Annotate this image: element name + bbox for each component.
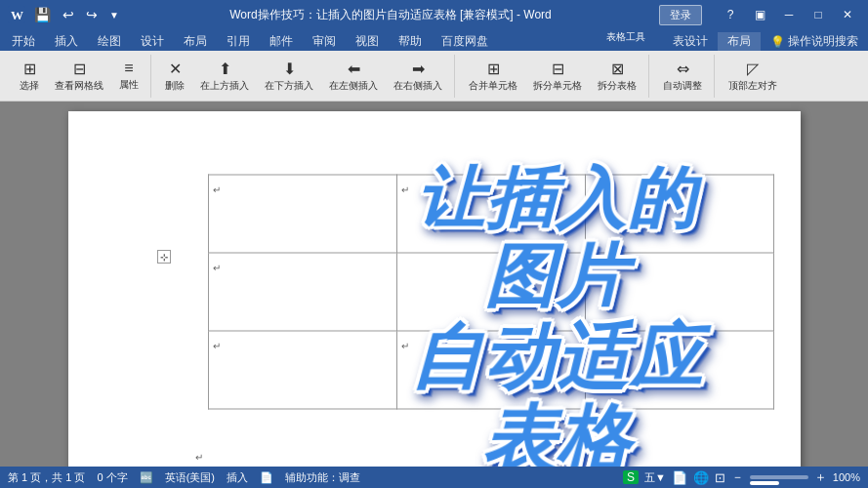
autofit-btn[interactable]: ⇔ 自动调整 bbox=[657, 57, 708, 96]
ribbon-toggle-icon[interactable]: ▣ bbox=[747, 5, 772, 24]
zoom-level: 100% bbox=[833, 471, 860, 483]
table-cell[interactable]: ↵ bbox=[585, 331, 773, 409]
word-app-icon: W bbox=[8, 6, 25, 23]
document-table[interactable]: ↵ ↵ ↵ ↵ ↵ ↵ ↵ ↵ bbox=[208, 175, 774, 410]
spell-check-icon[interactable]: 🔤 bbox=[140, 471, 153, 484]
table-tools-label: 表格工具 bbox=[599, 29, 653, 45]
tab-view[interactable]: 视图 bbox=[346, 32, 389, 51]
outside-return-arrow: ↵ bbox=[195, 452, 203, 463]
table-move-handle[interactable]: ⊹ bbox=[157, 250, 171, 264]
table-cell[interactable]: ↵ bbox=[585, 253, 773, 331]
table-cell[interactable]: ↵ bbox=[396, 331, 585, 409]
tab-insert[interactable]: 插入 bbox=[45, 32, 88, 51]
window-controls: 登录 ? ▣ ─ □ ✕ bbox=[659, 5, 860, 25]
table-cell[interactable]: ↵ bbox=[208, 175, 396, 253]
word-count: 0 个字 bbox=[97, 470, 127, 485]
delete-btn[interactable]: ✕ 删除 bbox=[159, 57, 190, 96]
tab-table-layout[interactable]: 布局 bbox=[718, 32, 761, 51]
view-focus-icon[interactable]: ⊡ bbox=[715, 470, 725, 485]
tab-mail[interactable]: 邮件 bbox=[260, 32, 303, 51]
restore-button[interactable]: □ bbox=[806, 5, 831, 24]
tab-review[interactable]: 审阅 bbox=[303, 32, 346, 51]
cell-return-arrow: ↵ bbox=[213, 184, 221, 195]
table-row: ↵ ↵ bbox=[208, 253, 773, 331]
status-bar-right: S 五▼ 📄 🌐 ⊡ － ＋ 100% bbox=[623, 468, 860, 486]
title-bar: W 💾 ↩ ↪ ▼ Word操作技巧：让插入的图片自动适应表格 [兼容模式] -… bbox=[0, 0, 868, 29]
svg-text:W: W bbox=[11, 8, 23, 22]
zoom-slider[interactable] bbox=[750, 475, 808, 479]
table-cell[interactable]: ↵ bbox=[585, 175, 773, 253]
table-cell[interactable]: ↵ bbox=[208, 253, 396, 331]
accessibility-label: 辅助功能：调查 bbox=[285, 470, 360, 485]
login-button[interactable]: 登录 bbox=[659, 5, 702, 25]
properties-btn[interactable]: ≡ 属性 bbox=[113, 57, 145, 96]
ribbon-tabs-row: 开始 插入 绘图 设计 布局 引用 邮件 审阅 视图 帮助 百度网盘 表设计 布… bbox=[0, 29, 868, 51]
insert-left-btn[interactable]: ⬅ 在左侧插入 bbox=[323, 57, 384, 96]
cell-size-group: ⇔ 自动调整 bbox=[651, 55, 715, 98]
window-title: Word操作技巧：让插入的图片自动适应表格 [兼容模式] - Word bbox=[122, 7, 659, 23]
gridlines-btn[interactable]: ⊟ 查看网格线 bbox=[49, 57, 109, 96]
document-area: ⊹ ↵ ↵ ↵ ↵ ↵ ↵ ↵ ↵ ↵ 让插入的图片自动适应表格 bbox=[0, 102, 868, 467]
tab-reference[interactable]: 引用 bbox=[217, 32, 260, 51]
language-indicator[interactable]: 英语(美国) bbox=[165, 470, 215, 485]
zoom-out-icon[interactable]: － bbox=[731, 468, 744, 486]
split-cells-btn[interactable]: ⊟ 拆分单元格 bbox=[527, 57, 588, 96]
close-button[interactable]: ✕ bbox=[835, 5, 860, 24]
cell-return-arrow: ↵ bbox=[401, 184, 409, 195]
redo-icon[interactable]: ↪ bbox=[83, 5, 101, 24]
table-row: ↵ ↵ ↵ bbox=[208, 331, 773, 409]
ribbon-toolbar: 表格工具 ⊞ 选择 ⊟ 查看网格线 ≡ 属性 ✕ 删除 ⬆ 在上方插入 ⬇ 在下… bbox=[0, 51, 868, 102]
status-bar: 第 1 页，共 1 页 0 个字 🔤 英语(美国) 插入 📄 辅助功能：调查 S… bbox=[0, 467, 868, 488]
quick-access-toolbar: W 💾 ↩ ↪ ▼ bbox=[8, 5, 122, 24]
table-cell[interactable] bbox=[396, 253, 585, 331]
tab-draw[interactable]: 绘图 bbox=[88, 32, 131, 51]
tab-table-design[interactable]: 表设计 bbox=[663, 32, 718, 51]
tab-layout[interactable]: 布局 bbox=[174, 32, 217, 51]
table-group: ⊞ 选择 ⊟ 查看网格线 ≡ 属性 bbox=[8, 55, 151, 98]
cell-return-arrow: ↵ bbox=[213, 263, 221, 273]
save-icon[interactable]: 💾 bbox=[31, 5, 54, 24]
search-help-icon[interactable]: 💡 操作说明搜索 bbox=[761, 32, 868, 51]
document-page: ⊹ ↵ ↵ ↵ ↵ ↵ ↵ ↵ ↵ ↵ 让插入的图片自动适应表格 bbox=[68, 111, 801, 467]
insert-right-btn[interactable]: ➡ 在右侧插入 bbox=[388, 57, 448, 96]
rows-cols-group: ✕ 删除 ⬆ 在上方插入 ⬇ 在下方插入 ⬅ 在左侧插入 ➡ 在右侧插入 bbox=[153, 55, 455, 98]
insert-above-btn[interactable]: ⬆ 在上方插入 bbox=[194, 57, 255, 96]
cell-return-arrow: ↵ bbox=[401, 341, 409, 351]
table-cell[interactable]: ↵ bbox=[208, 331, 396, 409]
page-count: 第 1 页，共 1 页 bbox=[8, 470, 85, 485]
focus-mode-icon[interactable]: 📄 bbox=[260, 471, 273, 484]
align-topleft-btn[interactable]: ◸ 顶部左对齐 bbox=[723, 57, 783, 96]
table-row: ↵ ↵ ↵ bbox=[208, 175, 773, 253]
tab-help[interactable]: 帮助 bbox=[389, 32, 432, 51]
undo-icon[interactable]: ↩ bbox=[60, 5, 77, 24]
wubi-label: 五▼ bbox=[644, 470, 666, 485]
sogou-brand: S bbox=[623, 470, 639, 484]
cell-return-arrow: ↵ bbox=[213, 341, 221, 351]
minimize-button[interactable]: ─ bbox=[776, 5, 802, 24]
merge-cells-btn[interactable]: ⊞ 合并单元格 bbox=[463, 57, 523, 96]
cell-return-arrow: ↵ bbox=[590, 263, 598, 273]
tab-start[interactable]: 开始 bbox=[2, 32, 45, 51]
cell-return-arrow: ↵ bbox=[590, 341, 598, 351]
split-table-btn[interactable]: ⊠ 拆分表格 bbox=[592, 57, 642, 96]
customize-icon[interactable]: ▼ bbox=[106, 8, 122, 22]
help-icon[interactable]: ? bbox=[718, 5, 743, 24]
cell-return-arrow: ↵ bbox=[590, 184, 598, 195]
align-group: ◸ 顶部左对齐 bbox=[717, 55, 789, 98]
view-web-icon[interactable]: 🌐 bbox=[693, 470, 709, 485]
view-print-icon[interactable]: 📄 bbox=[672, 470, 687, 485]
select-btn[interactable]: ⊞ 选择 bbox=[14, 57, 45, 96]
tab-baiduyun[interactable]: 百度网盘 bbox=[432, 32, 498, 51]
insert-below-btn[interactable]: ⬇ 在下方插入 bbox=[259, 57, 319, 96]
insert-mode-indicator[interactable]: 插入 bbox=[227, 470, 248, 485]
tab-design[interactable]: 设计 bbox=[131, 32, 174, 51]
table-cell[interactable]: ↵ bbox=[396, 175, 585, 253]
zoom-in-icon[interactable]: ＋ bbox=[814, 468, 827, 486]
merge-group: ⊞ 合并单元格 ⊟ 拆分单元格 ⊠ 拆分表格 bbox=[457, 55, 649, 98]
right-tabs: 表设计 布局 💡 操作说明搜索 bbox=[663, 32, 868, 51]
